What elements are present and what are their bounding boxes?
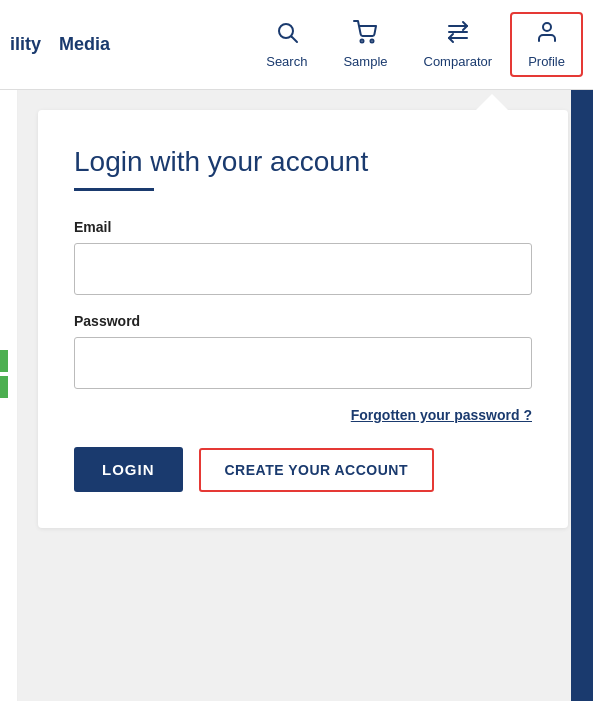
svg-point-2 (361, 40, 364, 43)
header: ility Media Search Sampl (0, 0, 593, 90)
green-bar-2 (0, 376, 8, 398)
create-account-button[interactable]: CREATE YOUR ACCOUNT (199, 448, 434, 492)
nav-label-search: Search (266, 54, 307, 69)
button-row: LOGIN CREATE YOUR ACCOUNT (74, 447, 532, 492)
login-title: Login with your account (74, 146, 532, 178)
svg-line-1 (291, 37, 297, 43)
forgot-password-link[interactable]: Forgotten your password ? (74, 407, 532, 423)
login-card: Login with your account Email Password F… (38, 110, 568, 528)
nav-left-text: ility Media (10, 34, 110, 55)
partial-nav-1: ility (10, 34, 41, 55)
cart-icon (353, 20, 377, 50)
profile-icon (535, 20, 559, 50)
right-sidebar (571, 90, 593, 701)
login-button[interactable]: LOGIN (74, 447, 183, 492)
password-field-group: Password (74, 313, 532, 407)
nav-item-sample[interactable]: Sample (325, 12, 405, 77)
title-underline (74, 188, 154, 191)
green-bar-1 (0, 350, 8, 372)
partial-nav-2: Media (59, 34, 110, 55)
left-bar (0, 90, 18, 701)
password-label: Password (74, 313, 532, 329)
email-label: Email (74, 219, 532, 235)
svg-point-3 (371, 40, 374, 43)
email-field-group: Email (74, 219, 532, 313)
main-area: Login with your account Email Password F… (0, 90, 593, 701)
nav-label-sample: Sample (343, 54, 387, 69)
card-wrapper: Login with your account Email Password F… (18, 90, 571, 701)
nav-item-profile[interactable]: Profile (510, 12, 583, 77)
email-input[interactable] (74, 243, 532, 295)
password-input[interactable] (74, 337, 532, 389)
green-accents (0, 350, 8, 402)
card-arrow (476, 94, 508, 110)
svg-point-7 (543, 23, 551, 31)
nav-item-search[interactable]: Search (248, 12, 325, 77)
nav-label-comparator: Comparator (424, 54, 493, 69)
comparator-icon (446, 20, 470, 50)
search-icon (275, 20, 299, 50)
nav-label-profile: Profile (528, 54, 565, 69)
nav-item-comparator[interactable]: Comparator (406, 12, 511, 77)
main-nav: Search Sample (248, 12, 583, 77)
